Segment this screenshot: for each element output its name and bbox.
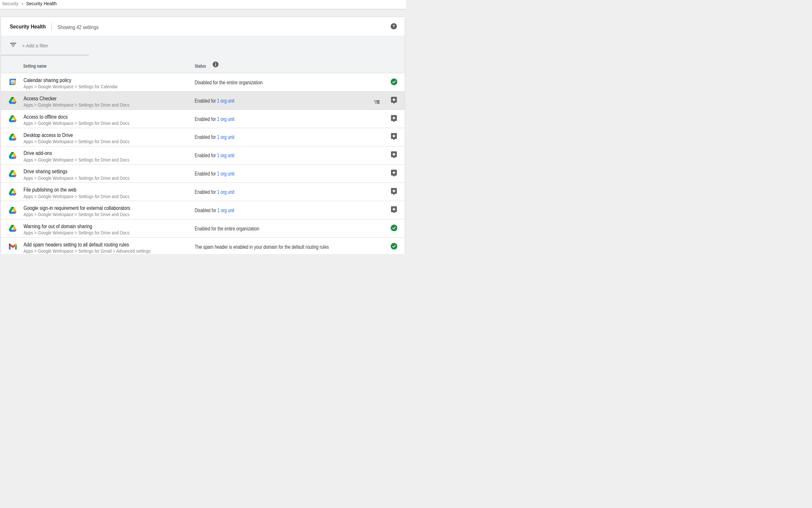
svg-text:31: 31 <box>11 80 14 83</box>
svg-text:?: ? <box>393 24 395 29</box>
